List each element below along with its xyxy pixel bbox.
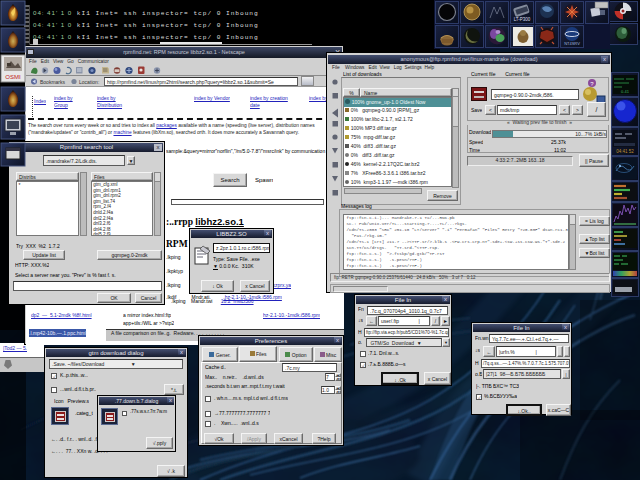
svg-text:LT-P300: LT-P300 [514,17,531,22]
svg-text:Bookmarks: Bookmarks [40,79,66,85]
svg-text:Location:: Location: [79,79,99,85]
svg-text:04:41 52: 04:41 52 [616,149,634,154]
svg-text:0.41: 0.41 [621,89,630,94]
svg-text:NT4SRV: NT4SRV [564,41,580,46]
svg-text:OSMI: OSMI [5,74,21,80]
